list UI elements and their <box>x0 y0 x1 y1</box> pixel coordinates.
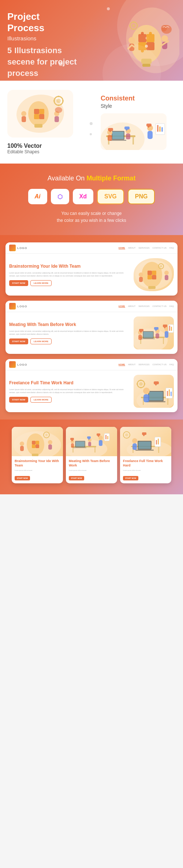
svg-rect-130 <box>36 441 39 444</box>
badge-ai-format: Ai <box>28 189 47 204</box>
format-desc: You can easily scale or change the color… <box>7 210 176 224</box>
svg-marker-176 <box>143 435 145 436</box>
svg-rect-134 <box>20 446 24 451</box>
svg-rect-32 <box>34 109 39 114</box>
svg-point-10 <box>141 50 144 52</box>
svg-rect-111 <box>146 401 165 402</box>
mockup-nav-3: LOGO HOME ABOUT SERVICES CONTACT US FAQ <box>5 359 178 370</box>
learn-more-btn-2[interactable]: LEARN MORE <box>30 338 52 344</box>
mockup-illus-3 <box>134 375 174 408</box>
svg-rect-99 <box>139 329 143 332</box>
mobile-card-body-2: Meating With Team Before Work Lorem ipsu… <box>66 456 117 483</box>
mobile-btn-1[interactable]: START NOW <box>15 476 30 480</box>
mockup-text-1: Lorem ipsum dolor sit amet, consectetur … <box>9 271 130 277</box>
svg-point-37 <box>56 99 61 103</box>
start-now-btn-1[interactable]: START NOW <box>9 280 28 286</box>
svg-rect-43 <box>22 116 26 122</box>
feature-left: 100% Vector Editable Shapes <box>7 90 82 154</box>
svg-rect-50 <box>132 137 134 144</box>
svg-rect-147 <box>71 443 74 448</box>
svg-rect-129 <box>32 441 36 444</box>
svg-rect-4 <box>138 34 146 42</box>
svg-point-8 <box>149 32 152 35</box>
svg-rect-166 <box>138 442 151 449</box>
svg-point-13 <box>128 37 135 44</box>
logo-text: LOGO <box>17 246 27 250</box>
hero-subtitle: Illustrasions <box>7 35 81 41</box>
decor-dot <box>90 133 92 135</box>
consistent-label: Consistent <box>101 95 176 102</box>
start-now-btn-3[interactable]: START NOW <box>9 397 28 403</box>
svg-rect-115 <box>167 391 168 396</box>
format-title: Available On Multiple Format <box>7 175 176 182</box>
svg-line-16 <box>132 45 135 48</box>
start-now-btn-2[interactable]: START NOW <box>9 338 28 344</box>
mockup-logo-1: LOGO <box>9 245 27 251</box>
svg-rect-145 <box>73 447 86 448</box>
svg-point-5 <box>141 32 144 35</box>
svg-rect-131 <box>32 444 36 448</box>
mobile-card-illus-2 <box>66 427 117 456</box>
feature-illus-box <box>7 90 73 138</box>
mobile-card-2: Meating With Team Before Work Lorem ipsu… <box>66 427 117 483</box>
hero-section: Project Process Illustrasions 5 Illustra… <box>0 0 183 81</box>
svg-rect-74 <box>152 271 156 275</box>
vector-label: 100% Vector <box>7 143 82 149</box>
svg-rect-157 <box>87 436 91 439</box>
mockup-btns-2: START NOW LEARN MORE <box>9 338 130 344</box>
logo-text-3: LOGO <box>17 363 27 366</box>
svg-point-82 <box>160 265 162 267</box>
mobile-card-title-1: Brainstorming Your Ide With Team <box>15 459 60 468</box>
svg-rect-53 <box>110 140 126 141</box>
svg-rect-72 <box>148 286 156 289</box>
mockup-nav-1: LOGO HOME ABOUT SERVICES CONTACT US FAQ <box>5 242 178 254</box>
badge-xd-format: Xd <box>73 189 93 204</box>
svg-rect-68 <box>146 124 152 127</box>
mockup-content-2: Meating With Team Before Work Lorem ipsu… <box>9 322 130 345</box>
badge-figma-format: ⬡ <box>51 189 69 204</box>
svg-rect-31 <box>34 124 42 128</box>
nav-contact-2: CONTACT US <box>153 305 167 308</box>
mockup-logo-2: LOGO <box>9 303 27 310</box>
mobile-card-title-3: Freelance Full Time Work Hard <box>123 459 168 468</box>
svg-rect-91 <box>138 335 142 340</box>
mockup-body-2: Meating With Team Before Work Lorem ipsu… <box>5 312 178 354</box>
png-label: PNG <box>135 193 148 200</box>
mockup-body-1: Brainstorming Your Ide With Team Lorem i… <box>5 254 178 296</box>
svg-rect-45 <box>55 116 59 122</box>
vector-sub: Editable Shapes <box>7 149 82 154</box>
svg-rect-95 <box>165 331 168 338</box>
svg-rect-3 <box>142 64 150 67</box>
mockup-heading-2: Meating With Team Before Work <box>9 322 130 328</box>
svg-rect-171 <box>156 440 157 444</box>
mockup-illus-1 <box>134 258 174 291</box>
format-badges: Ai ⬡ Xd SVG PNG <box>7 189 176 204</box>
mobile-card-title-2: Meating With Team Before Work <box>69 459 114 468</box>
mockups-section: LOGO HOME ABOUT SERVICES CONTACT US FAQ … <box>0 235 183 420</box>
svg-rect-66 <box>124 127 130 129</box>
scene-svg <box>101 113 167 150</box>
nav-faq-2: FAQ <box>169 305 174 308</box>
learn-more-btn-1[interactable]: LEARN MORE <box>30 280 52 286</box>
mobile-card-text-2: Lorem ipsum dolor sit amet <box>69 469 114 472</box>
svg-rect-62 <box>159 127 161 132</box>
mobile-btn-3[interactable]: START NOW <box>123 476 138 480</box>
logo-icon-3 <box>9 361 16 368</box>
mockup-illus-2 <box>134 316 174 349</box>
svg-rect-80 <box>165 275 168 280</box>
svg-line-15 <box>128 45 132 49</box>
learn-more-btn-3[interactable]: LEARN MORE <box>30 397 52 403</box>
logo-icon-2 <box>9 303 16 310</box>
svg-rect-55 <box>108 135 112 141</box>
nav-contact: CONTACT US <box>153 247 167 249</box>
svg-rect-169 <box>132 443 137 450</box>
svg-rect-113 <box>143 394 149 402</box>
svg-rect-86 <box>163 338 164 344</box>
nav-services-2: SERVICES <box>138 305 149 308</box>
mobile-btn-2[interactable]: START NOW <box>69 476 84 480</box>
mockup-logo-3: LOGO <box>9 361 27 368</box>
svg-point-22 <box>161 25 167 32</box>
svg-point-77 <box>139 272 143 277</box>
features-section: 100% Vector Editable Shapes Consistent S… <box>0 81 183 164</box>
svg-rect-57 <box>126 133 130 139</box>
